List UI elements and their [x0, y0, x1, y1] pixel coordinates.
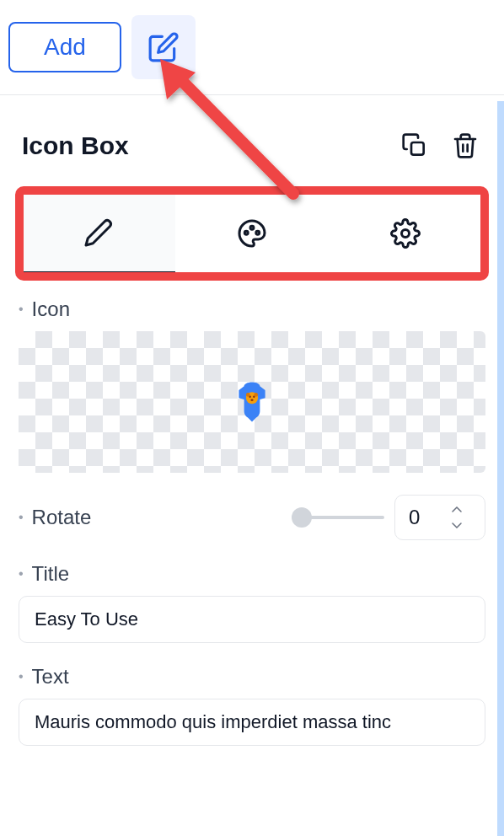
pencil-icon: [83, 217, 114, 248]
delete-button[interactable]: [448, 129, 482, 163]
svg-rect-2: [411, 142, 424, 155]
baby-onesie-icon: [231, 381, 273, 423]
field-icon-label: Icon: [19, 297, 485, 321]
trash-icon: [452, 132, 479, 159]
pencil-square-icon: [147, 31, 180, 63]
field-title: Title: [19, 562, 485, 643]
svg-point-10: [250, 399, 253, 400]
field-rotate-label: Rotate: [19, 506, 91, 529]
tab-content[interactable]: [22, 193, 175, 274]
field-title-label: Title: [19, 562, 485, 586]
top-toolbar: Add: [0, 0, 504, 95]
svg-point-12: [254, 393, 258, 397]
icon-preview-area[interactable]: [19, 331, 485, 473]
palette-icon: [237, 218, 267, 249]
tabs-container: [15, 186, 489, 281]
copy-icon: [401, 132, 428, 159]
svg-point-6: [402, 230, 410, 238]
tab-style[interactable]: [175, 193, 329, 274]
field-rotate: Rotate: [19, 495, 485, 540]
properties-panel: Icon Box: [0, 95, 504, 746]
field-text-label: Text: [19, 665, 485, 689]
fields-section: Icon Rotate: [15, 281, 489, 746]
add-button[interactable]: Add: [8, 22, 121, 72]
rotate-decrement[interactable]: [449, 519, 464, 531]
panel-title: Icon Box: [22, 131, 129, 160]
tab-advanced[interactable]: [329, 193, 482, 274]
edit-button[interactable]: [131, 15, 196, 79]
property-tabs: [22, 193, 482, 274]
duplicate-button[interactable]: [398, 129, 432, 163]
title-input[interactable]: [19, 596, 485, 643]
rotate-input[interactable]: [409, 506, 442, 529]
scrollbar[interactable]: [497, 101, 504, 836]
chevron-down-icon: [452, 522, 462, 528]
rotate-number-wrap: [394, 495, 485, 540]
text-input[interactable]: [19, 699, 485, 746]
field-text: Text: [19, 665, 485, 746]
chevron-up-icon: [452, 506, 462, 513]
panel-header: Icon Box: [15, 95, 489, 186]
gear-icon: [390, 218, 421, 249]
svg-point-3: [244, 231, 248, 234]
rotate-slider[interactable]: [292, 516, 384, 519]
rotate-increment[interactable]: [449, 504, 464, 516]
svg-point-4: [250, 226, 254, 229]
svg-point-5: [256, 231, 260, 234]
field-icon: Icon: [19, 297, 485, 473]
panel-actions: [398, 129, 482, 163]
svg-point-11: [246, 393, 250, 397]
